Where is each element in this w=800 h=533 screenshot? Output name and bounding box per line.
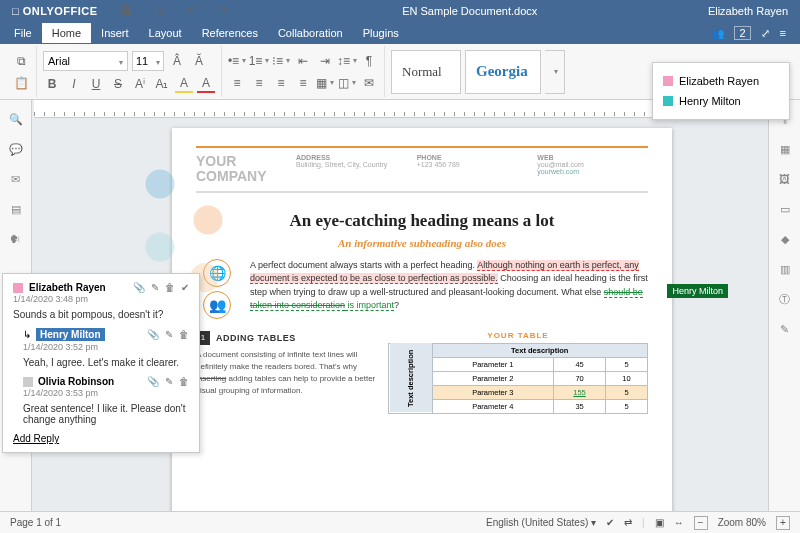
tab-home[interactable]: Home [42,23,91,43]
signature-icon[interactable]: ✎ [776,320,794,338]
chart-settings-icon[interactable]: ▥ [776,260,794,278]
increase-font-icon[interactable]: Â [168,52,186,70]
shape-settings-icon[interactable]: ◆ [776,230,794,248]
tab-collaboration[interactable]: Collaboration [268,23,353,43]
numbering-icon[interactable]: 1≡ [250,52,268,70]
subscript-icon[interactable]: A₁ [153,75,171,93]
bullets-icon[interactable]: •≡ [228,52,246,70]
mailmerge-icon[interactable]: ✉ [360,74,378,92]
styles-dropdown[interactable] [545,50,565,94]
current-user[interactable]: Elizabeth Rayen [708,5,788,17]
comment-time: 1/14/2020 3:48 pm [13,294,189,304]
users-count[interactable]: 2 [734,26,750,40]
comment-reply: Olivia Robinson 📎 ✎ 🗑 1/14/2020 3:53 pm … [23,376,189,425]
reply-time: 1/14/2020 3:53 pm [23,388,189,398]
edit-icon[interactable]: ✎ [165,329,173,340]
users-icon[interactable] [712,27,724,39]
collab-user-row: Elizabeth Rayen [663,71,779,91]
image-settings-icon[interactable]: 🖼 [776,170,794,188]
user-color-swatch [23,377,33,387]
comments-icon[interactable]: 💬 [7,140,25,158]
navigation-icon[interactable]: ▤ [7,200,25,218]
copy-icon[interactable]: ⧉ [12,52,30,70]
redo-icon[interactable]: ↷ [214,2,232,20]
edit-icon[interactable]: ✎ [151,282,159,293]
save-icon[interactable]: 🖫 [118,2,136,20]
delete-icon[interactable]: 🗑 [165,282,175,293]
zoom-level[interactable]: Zoom 80% [718,517,766,528]
delete-icon[interactable]: 🗑 [179,376,189,387]
superscript-icon[interactable]: Aⁱ [131,75,149,93]
body-paragraph[interactable]: A perfect document always starts with a … [250,259,648,319]
font-color-icon[interactable]: A [197,75,215,93]
linespacing-icon[interactable]: ↕≡ [338,52,356,70]
reply-arrow-icon: ↳ [23,329,31,340]
spellcheck-icon[interactable]: ✔ [606,517,614,528]
underline-icon[interactable]: U [87,75,105,93]
delete-icon[interactable]: 🗑 [179,329,189,340]
style-normal[interactable]: Normal [391,50,461,94]
chat-icon[interactable]: ✉ [7,170,25,188]
style-georgia[interactable]: Georgia [465,50,541,94]
outdent-icon[interactable]: ⇤ [294,52,312,70]
table-title: YOUR TABLE [388,331,648,340]
multilevel-icon[interactable]: ⁝≡ [272,52,290,70]
add-reply-button[interactable]: Add Reply [13,433,189,444]
user-color-swatch [663,76,673,86]
user-color-swatch [13,283,23,293]
decrease-font-icon[interactable]: Ă [190,52,208,70]
indent-icon[interactable]: ⇥ [316,52,334,70]
fit-width-icon[interactable]: ↔ [674,517,684,528]
highlight-icon[interactable]: A [175,75,193,93]
header-settings-icon[interactable]: ▭ [776,200,794,218]
tab-file[interactable]: File [4,23,42,43]
section-paragraph[interactable]: A document consisting of infinite text l… [196,349,376,397]
status-bar: Page 1 of 1 English (United States) ▾ ✔ … [0,511,800,533]
feedback-icon[interactable]: 🗣 [7,230,25,248]
document-page[interactable]: YOURCOMPANY ADDRESSBuilding, Street, Cit… [172,128,672,511]
tab-insert[interactable]: Insert [91,23,139,43]
undo-icon[interactable]: ↶ [182,2,200,20]
tab-references[interactable]: References [192,23,268,43]
font-size-select[interactable]: 11 [132,51,164,71]
right-sidebar: ¶ ▦ 🖼 ▭ ◆ ▥ Ⓣ ✎ [768,100,800,511]
zoom-in-button[interactable]: + [776,516,790,530]
attach-icon[interactable]: 📎 [147,376,159,387]
bold-icon[interactable]: B [43,75,61,93]
zoom-out-button[interactable]: − [694,516,708,530]
attach-icon[interactable]: 📎 [147,329,159,340]
nonprinting-icon[interactable]: ¶ [360,52,378,70]
italic-icon[interactable]: I [65,75,83,93]
fit-page-icon[interactable]: ▣ [655,517,664,528]
clear-style-icon[interactable]: ◫ [338,74,356,92]
user-color-swatch [663,96,673,106]
strike-icon[interactable]: S [109,75,127,93]
print-icon[interactable]: 🖨 [150,2,168,20]
paste-icon[interactable]: 📋 [12,74,30,92]
search-icon[interactable]: 🔍 [7,110,25,128]
page-indicator[interactable]: Page 1 of 1 [10,517,61,528]
align-justify-icon[interactable]: ≡ [294,74,312,92]
font-family-select[interactable]: Arial [43,51,128,71]
tab-plugins[interactable]: Plugins [353,23,409,43]
attach-icon[interactable]: 📎 [133,282,145,293]
table-area[interactable]: YOUR TABLE Text descriptionText descript… [388,331,648,414]
section-title[interactable]: ADDING TABLES [216,333,296,343]
textart-settings-icon[interactable]: Ⓣ [776,290,794,308]
align-center-icon[interactable]: ≡ [250,74,268,92]
edit-icon[interactable]: ✎ [165,376,173,387]
resolve-icon[interactable]: ✔ [181,282,189,293]
table-settings-icon[interactable]: ▦ [776,140,794,158]
track-changes-icon[interactable]: ⇄ [624,517,632,528]
view-settings-icon[interactable]: ≡ [780,27,786,39]
reply-time: 1/14/2020 3:52 pm [23,342,189,352]
collab-user-name: Henry Milton [679,95,741,107]
comment-panel: Elizabeth Rayen 📎 ✎ 🗑 ✔ 1/14/2020 3:48 p… [2,273,200,453]
language-indicator[interactable]: English (United States) ▾ [486,517,596,528]
align-left-icon[interactable]: ≡ [228,74,246,92]
shading-icon[interactable]: ▦ [316,74,334,92]
open-location-icon[interactable]: ⤢ [761,27,770,40]
align-right-icon[interactable]: ≡ [272,74,290,92]
reply-author: Olivia Robinson [38,376,114,387]
tab-layout[interactable]: Layout [139,23,192,43]
